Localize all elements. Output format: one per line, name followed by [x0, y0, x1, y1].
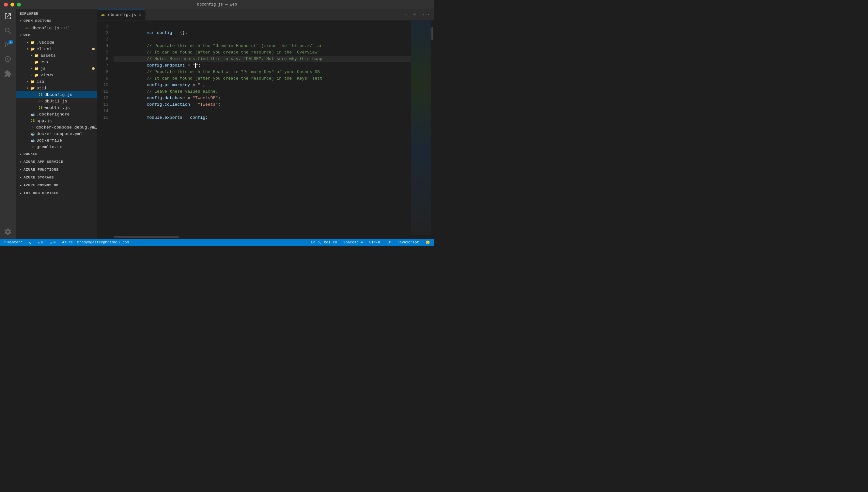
appjs-file[interactable]: JS app.js — [16, 118, 97, 124]
emoji-icon: 😊 — [425, 241, 430, 245]
azure-cosmos-header[interactable]: AZURE COSMOS DB — [16, 181, 97, 189]
docker-compose-debug-label: docker-compose.debug.yml — [36, 125, 97, 130]
views-chevron — [29, 72, 34, 78]
css-folder-icon: 📁 — [34, 59, 39, 65]
gremlin-label: gremlin.txt — [36, 145, 65, 149]
tab-actions: ⊡ ☰ ··· — [403, 9, 434, 20]
vertical-scrollbar[interactable] — [431, 21, 434, 235]
azure-storage-header[interactable]: AZURE STORAGE — [16, 174, 97, 181]
dbconfig-label: dbconfig.js — [44, 92, 72, 97]
language-status[interactable]: JavaScript — [396, 241, 420, 244]
split-editor-icon[interactable]: ⊡ — [403, 11, 408, 19]
spaces-status[interactable]: Spaces: 4 — [342, 241, 364, 244]
web-label: WEB — [24, 33, 30, 37]
client-folder-icon: 📂 — [30, 46, 35, 52]
webutil-label: webUtil.js — [44, 105, 70, 110]
tab-dbconfig[interactable]: JS dbconfig.js × — [97, 9, 146, 20]
more-actions-icon[interactable]: ··· — [421, 11, 431, 19]
window-title: dbconfig.js — web — [197, 2, 237, 7]
docker-header[interactable]: DOCKER — [16, 150, 97, 158]
azure-functions-header[interactable]: AZURE FUNCTIONS — [16, 166, 97, 174]
dockerignore-icon: 🐋 — [30, 112, 35, 117]
azure-account-status[interactable]: Azure: bradymgaster@hotmail.com — [61, 241, 130, 244]
iot-hub-label: IOT HUB DEVICES — [24, 191, 58, 195]
code-content[interactable]: var config = {}; // Populate this with t… — [114, 21, 411, 235]
util-folder[interactable]: 📂 util — [16, 85, 97, 91]
svg-line-1 — [9, 32, 11, 33]
docker-chevron — [18, 151, 24, 156]
extensions-activity-icon[interactable] — [3, 69, 13, 78]
azure-app-service-header[interactable]: AZURE APP SERVICE — [16, 158, 97, 166]
appjs-label: app.js — [36, 118, 52, 123]
open-editor-dbconfig[interactable]: JS dbconfig.js util — [16, 25, 97, 31]
js-modified-dot — [92, 67, 95, 70]
status-bar-right: Ln 6, Col 20 Spaces: 4 UTF-8 LF JavaScri… — [310, 241, 431, 245]
client-chevron — [25, 46, 30, 52]
cursor-position-status[interactable]: Ln 6, Col 20 — [310, 241, 338, 244]
git-branch-status[interactable]: ⑂ master* — [3, 241, 24, 244]
scrollbar-thumb[interactable] — [431, 27, 433, 40]
vscode-label: .vscode — [36, 40, 54, 45]
errors-status[interactable]: ✕ 0 — [36, 241, 45, 245]
lib-chevron — [25, 79, 30, 84]
status-bar-left: ⑂ master* ↻ ✕ 0 ⚠ 0 Azure: bradymgaster@… — [3, 241, 130, 245]
client-folder[interactable]: 📂 client — [16, 46, 97, 52]
source-control-badge: 1 — [8, 40, 13, 44]
docker-compose-debug-file[interactable]: ! docker-compose.debug.yml — [16, 124, 97, 130]
dockerfile-file[interactable]: 🐋 Dockerfile — [16, 137, 97, 144]
dockerignore-file[interactable]: 🐋 .dockerignore — [16, 111, 97, 118]
util-folder-icon: 📂 — [30, 85, 35, 91]
svg-point-0 — [5, 28, 9, 32]
web-section-header[interactable]: WEB — [16, 31, 97, 39]
toggle-sidebar-icon[interactable]: ☰ — [411, 11, 418, 19]
views-folder-icon: 📁 — [34, 72, 39, 78]
dbconfig-file[interactable]: JS dbconfig.js — [16, 91, 97, 98]
code-editor[interactable]: 1 2 3 4 5 6 7 8 9 10 11 12 13 14 15 — [97, 21, 434, 235]
maximize-button[interactable] — [17, 3, 21, 6]
language-label: JavaScript — [397, 241, 419, 244]
dockerignore-label: .dockerignore — [36, 112, 70, 117]
azure-storage-label: AZURE STORAGE — [24, 175, 54, 179]
css-folder[interactable]: 📁 css — [16, 59, 97, 65]
tab-close-button[interactable]: × — [139, 13, 141, 18]
gremlin-file[interactable]: ≡ gremlin.txt — [16, 144, 97, 150]
assets-folder[interactable]: 📁 assets — [16, 52, 97, 59]
explorer-activity-icon[interactable] — [3, 12, 13, 21]
docker-label: DOCKER — [24, 152, 38, 156]
editor-area: JS dbconfig.js × ⊡ ☰ ··· 1 2 3 4 5 — [97, 9, 434, 239]
dbutil-file[interactable]: JS dbUtil.js — [16, 98, 97, 104]
views-folder[interactable]: 📁 views — [16, 72, 97, 78]
folder-icon: 📁 — [30, 40, 35, 45]
webutil-file[interactable]: JS webUtil.js — [16, 104, 97, 111]
warning-icon: ⚠ — [50, 241, 52, 245]
search-activity-icon[interactable] — [3, 26, 13, 35]
emoji-status[interactable]: 😊 — [424, 241, 431, 245]
code-line-3: // Populate this with the "Gremlin Endpo… — [114, 36, 411, 43]
open-editors-header[interactable]: OPEN EDITORS — [16, 17, 97, 25]
line-numbers: 1 2 3 4 5 6 7 8 9 10 11 12 13 14 15 — [97, 21, 114, 235]
close-button[interactable] — [4, 3, 8, 6]
appjs-icon: JS — [30, 118, 35, 123]
css-chevron — [29, 59, 34, 65]
sync-status[interactable]: ↻ — [28, 241, 33, 245]
activity-bar: 1 — [0, 9, 16, 239]
gremlin-icon: ≡ — [30, 144, 35, 149]
lib-folder[interactable]: 📁 lib — [16, 78, 97, 85]
settings-icon[interactable] — [3, 227, 13, 236]
client-modified-dot — [92, 48, 95, 50]
sync-icon: ↻ — [29, 241, 31, 245]
encoding-status[interactable]: UTF-8 — [368, 241, 381, 244]
debug-activity-icon[interactable] — [3, 55, 13, 64]
line-ending-status[interactable]: LF — [386, 241, 392, 244]
iot-hub-header[interactable]: IOT HUB DEVICES — [16, 189, 97, 197]
js-file-icon: JS — [25, 25, 30, 31]
source-control-activity-icon[interactable]: 1 — [3, 41, 13, 50]
js-folder[interactable]: 📁 js — [16, 65, 97, 72]
warnings-status[interactable]: ⚠ 0 — [49, 241, 57, 245]
docker-compose-file[interactable]: 🐋 docker-compose.yml — [16, 130, 97, 137]
code-line-14: module.exports = config; — [114, 108, 411, 115]
vscode-folder[interactable]: 📁 .vscode — [16, 39, 97, 46]
minimize-button[interactable] — [10, 3, 14, 6]
horizontal-scrollbar[interactable] — [114, 236, 179, 238]
status-bar: ⑂ master* ↻ ✕ 0 ⚠ 0 Azure: bradymgaster@… — [0, 239, 434, 246]
